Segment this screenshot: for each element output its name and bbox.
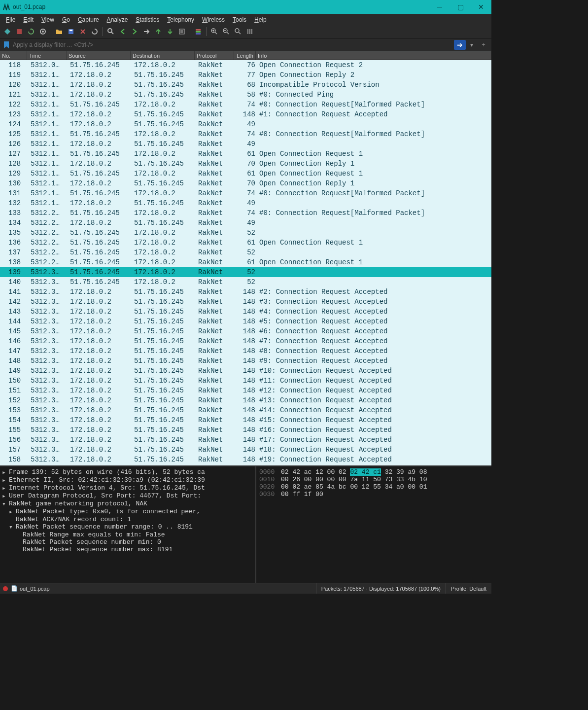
- expert-info-icon[interactable]: [3, 586, 8, 591]
- detail-frame[interactable]: Frame 139: 52 bytes on wire (416 bits), …: [9, 468, 205, 476]
- zoom-out-icon[interactable]: [221, 26, 232, 37]
- reload-file-icon[interactable]: [89, 26, 100, 37]
- menu-capture[interactable]: Capture: [74, 15, 103, 24]
- capture-options-icon[interactable]: [37, 26, 48, 37]
- packet-row[interactable]: 1235312.1…172.18.0.251.75.16.245RakNet14…: [0, 109, 491, 119]
- restart-capture-icon[interactable]: [26, 26, 36, 37]
- packet-row[interactable]: 1225312.1…51.75.16.245172.18.0.2RakNet74…: [0, 100, 491, 109]
- expand-icon[interactable]: ▸: [2, 492, 9, 500]
- minimize-button[interactable]: ─: [429, 0, 450, 14]
- col-header-time[interactable]: Time: [27, 51, 67, 60]
- add-filter-button[interactable]: ＋: [478, 40, 489, 50]
- detail-raknet-min[interactable]: RakNet Packet sequence number min: 0: [23, 538, 161, 546]
- packet-row[interactable]: 1245312.1…172.18.0.251.75.16.245RakNet49: [0, 119, 491, 129]
- apply-filter-button[interactable]: ➔: [454, 40, 466, 50]
- packet-row[interactable]: 1525312.3…172.18.0.251.75.16.245RakNet14…: [0, 395, 491, 405]
- status-profile[interactable]: Profile: Default: [446, 583, 491, 594]
- packet-row[interactable]: 1355312.2…51.75.16.245172.18.0.2RakNet52: [0, 228, 491, 238]
- packet-row[interactable]: 1395312.3…51.75.16.245172.18.0.2RakNet52: [0, 267, 491, 277]
- detail-ip[interactable]: Internet Protocol Version 4, Src: 51.75.…: [9, 484, 205, 492]
- packet-row[interactable]: 1485312.3…172.18.0.251.75.16.245RakNet14…: [0, 356, 491, 366]
- bookmark-icon[interactable]: [2, 40, 11, 49]
- packet-row[interactable]: 1325312.1…172.18.0.251.75.16.245RakNet49: [0, 198, 491, 208]
- menu-statistics[interactable]: Statistics: [132, 15, 163, 24]
- go-last-icon[interactable]: [165, 26, 175, 37]
- packet-row[interactable]: 1315312.1…51.75.16.245172.18.0.2RakNet74…: [0, 188, 491, 198]
- packet-row[interactable]: 1465312.3…172.18.0.251.75.16.245RakNet14…: [0, 336, 491, 346]
- go-to-packet-icon[interactable]: [141, 26, 152, 37]
- packet-row[interactable]: 1585312.3…172.18.0.251.75.16.245RakNet14…: [0, 455, 491, 464]
- zoom-reset-icon[interactable]: [233, 26, 243, 37]
- detail-raknet-maxeq[interactable]: RakNet Range max equals to min: False: [23, 531, 165, 538]
- col-header-dst[interactable]: Destination: [131, 51, 195, 60]
- detail-raknet-type[interactable]: RakNet Packet type: 0xa0, is for connect…: [16, 508, 200, 516]
- menu-tools[interactable]: Tools: [229, 15, 250, 24]
- detail-raknet-range[interactable]: RakNet Packet sequence number range: 0 .…: [16, 523, 193, 531]
- packet-row[interactable]: 1415312.3…172.18.0.251.75.16.245RakNet14…: [0, 287, 491, 297]
- packet-row[interactable]: 1255312.1…51.75.16.245172.18.0.2RakNet74…: [0, 129, 491, 139]
- menu-view[interactable]: View: [37, 15, 58, 24]
- packet-row[interactable]: 1185312.0…51.75.16.245172.18.0.2RakNet76…: [0, 60, 491, 70]
- packet-row[interactable]: 1195312.1…172.18.0.251.75.16.245RakNet77…: [0, 70, 491, 80]
- hex-line[interactable]: 003000 ff 1f 00: [259, 491, 488, 498]
- close-file-icon[interactable]: [77, 26, 88, 37]
- go-first-icon[interactable]: [153, 26, 164, 37]
- menu-edit[interactable]: Edit: [19, 15, 37, 24]
- packet-row[interactable]: 1385312.2…51.75.16.245172.18.0.2RakNet61…: [0, 257, 491, 267]
- hex-line[interactable]: 000002 42 ac 12 00 02 02 42 c1 32 39 a9 …: [259, 468, 488, 476]
- auto-scroll-icon[interactable]: [176, 26, 187, 37]
- packet-row[interactable]: 1515312.3…172.18.0.251.75.16.245RakNet14…: [0, 386, 491, 395]
- packet-row[interactable]: 1405312.3…51.75.16.245172.18.0.2RakNet52: [0, 277, 491, 287]
- packet-row[interactable]: 1425312.3…172.18.0.251.75.16.245RakNet14…: [0, 297, 491, 307]
- menu-telephony[interactable]: Telephony: [163, 15, 198, 24]
- packet-row[interactable]: 1575312.3…172.18.0.251.75.16.245RakNet14…: [0, 445, 491, 455]
- go-back-icon[interactable]: [117, 26, 128, 37]
- zoom-in-icon[interactable]: [209, 26, 220, 37]
- packet-row[interactable]: 1565312.3…172.18.0.251.75.16.245RakNet14…: [0, 435, 491, 445]
- packet-row[interactable]: 1535312.3…172.18.0.251.75.16.245RakNet14…: [0, 405, 491, 415]
- expand-icon[interactable]: ▸: [2, 476, 9, 484]
- start-capture-icon[interactable]: [2, 26, 13, 37]
- stop-capture-icon[interactable]: [14, 26, 25, 37]
- filter-dropdown-icon[interactable]: ▾: [466, 40, 478, 50]
- save-file-icon[interactable]: [66, 26, 76, 37]
- packet-row[interactable]: 1295312.1…51.75.16.245172.18.0.2RakNet61…: [0, 169, 491, 178]
- col-header-prot[interactable]: Protocol: [195, 51, 234, 60]
- maximize-button[interactable]: ▢: [450, 0, 471, 14]
- packet-row[interactable]: 1445312.3…172.18.0.251.75.16.245RakNet14…: [0, 317, 491, 326]
- packet-row[interactable]: 1365312.2…51.75.16.245172.18.0.2RakNet61…: [0, 238, 491, 248]
- packet-row[interactable]: 1305312.1…172.18.0.251.75.16.245RakNet70…: [0, 178, 491, 188]
- resize-columns-icon[interactable]: [244, 26, 255, 37]
- detail-raknet[interactable]: RakNet game networking protocol, NAK: [9, 500, 147, 508]
- expand-icon[interactable]: ▸: [2, 484, 9, 492]
- packet-row[interactable]: 1285312.1…172.18.0.251.75.16.245RakNet70…: [0, 159, 491, 169]
- col-header-no[interactable]: No.: [0, 51, 27, 60]
- detail-raknet-count[interactable]: RakNet ACK/NAK record count: 1: [16, 516, 131, 523]
- menu-help[interactable]: Help: [250, 15, 271, 24]
- packet-rows[interactable]: 1185312.0…51.75.16.245172.18.0.2RakNet76…: [0, 60, 491, 465]
- packet-row[interactable]: 1475312.3…172.18.0.251.75.16.245RakNet14…: [0, 346, 491, 356]
- detail-udp[interactable]: User Datagram Protocol, Src Port: 44677,…: [9, 492, 201, 500]
- packet-row[interactable]: 1275312.1…51.75.16.245172.18.0.2RakNet61…: [0, 149, 491, 159]
- expand-icon[interactable]: ▸: [2, 468, 9, 476]
- detail-eth[interactable]: Ethernet II, Src: 02:42:c1:32:39:a9 (02:…: [9, 476, 205, 484]
- hex-dump-pane[interactable]: 000002 42 ac 12 00 02 02 42 c1 32 39 a9 …: [256, 466, 491, 583]
- hex-line[interactable]: 001000 26 00 00 00 00 7a 11 50 73 33 4b …: [259, 476, 488, 483]
- col-header-info[interactable]: Info: [256, 51, 491, 60]
- colorize-icon[interactable]: [193, 26, 204, 37]
- menu-file[interactable]: File: [2, 15, 19, 24]
- packet-row[interactable]: 1335312.2…51.75.16.245172.18.0.2RakNet74…: [0, 208, 491, 218]
- packet-row[interactable]: 1375312.2…51.75.16.245172.18.0.2RakNet52: [0, 248, 491, 257]
- packet-row[interactable]: 1545312.3…172.18.0.251.75.16.245RakNet14…: [0, 415, 491, 425]
- hex-line[interactable]: 002000 02 ae 85 4a bc 00 12 55 34 a0 00 …: [259, 483, 488, 491]
- packet-row[interactable]: 1265312.1…172.18.0.251.75.16.245RakNet49: [0, 139, 491, 149]
- packet-row[interactable]: 1345312.2…172.18.0.251.75.16.245RakNet49: [0, 218, 491, 228]
- find-packet-icon[interactable]: [105, 26, 116, 37]
- menu-wireless[interactable]: Wireless: [198, 15, 229, 24]
- close-button[interactable]: ✕: [471, 0, 491, 14]
- packet-row[interactable]: 1495312.3…172.18.0.251.75.16.245RakNet14…: [0, 366, 491, 376]
- packet-details-pane[interactable]: ▸Frame 139: 52 bytes on wire (416 bits),…: [0, 466, 256, 583]
- display-filter-input[interactable]: [11, 40, 454, 49]
- col-header-len[interactable]: Length: [234, 51, 256, 60]
- packet-row[interactable]: 1205312.1…172.18.0.251.75.16.245RakNet68…: [0, 80, 491, 90]
